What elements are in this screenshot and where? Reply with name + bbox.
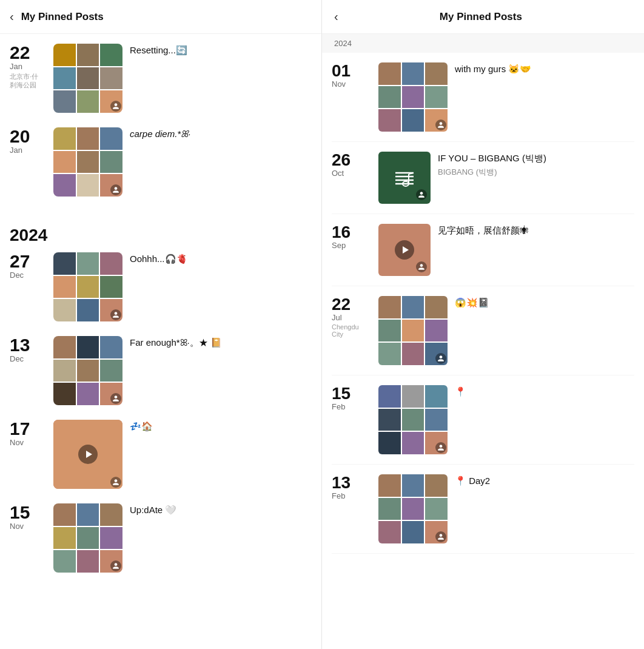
list-item[interactable]: 01 Nov with my gurs 🐱🤝 [332, 53, 634, 142]
thumb-cell [402, 296, 424, 318]
thumb-cell [402, 474, 424, 497]
date-col: 17 Nov [10, 420, 46, 447]
thumb-cell [402, 521, 424, 543]
date-col: 22 Jan 北京市·什刹海公园 [10, 44, 46, 90]
thumb-cell [425, 62, 448, 85]
left-panel: ‹ My Pinned Posts 22 Jan 北京市·什刹海公园 [0, 0, 322, 649]
thumb-cell [425, 432, 448, 454]
post-title: IF YOU – BIGBANG (빅뱅) [438, 152, 634, 164]
thumb-cell [378, 343, 401, 365]
avatar-badge [110, 393, 121, 404]
list-item[interactable]: 17 Nov 💤🏠 [10, 420, 312, 489]
post-thumbnail [53, 252, 122, 321]
list-item[interactable]: 20 Jan carpe diem.*ꕤ· [10, 127, 312, 197]
thumb-cell [378, 385, 401, 408]
avatar-badge [110, 560, 121, 571]
thumb-cell [53, 151, 76, 173]
post-thumbnail [378, 385, 448, 454]
date-col: 26 Oct [332, 152, 371, 178]
thumb-cell [425, 385, 448, 408]
thumb-cell [425, 498, 448, 520]
thumb-cell [53, 550, 76, 573]
thumb-cell [100, 252, 122, 275]
thumb-cell [100, 174, 122, 197]
thumb-cell [77, 383, 99, 405]
thumb-cell [100, 527, 122, 550]
play-button-overlay [395, 240, 414, 260]
post-title: Far enough*ꕤ·。★ 📔 [130, 336, 312, 349]
thumb-cell [77, 90, 99, 113]
post-title: with my gurs 🐱🤝 [455, 62, 634, 75]
right-back-button[interactable]: ‹ [334, 10, 338, 24]
post-title: Oohhh...🎧🫀 [130, 252, 312, 265]
post-info: 见字如晤，展信舒颜🕷 [438, 224, 634, 237]
thumb-cell [402, 320, 424, 342]
thumb-cell [100, 550, 122, 573]
thumb-cell [378, 320, 401, 342]
thumb-cell [53, 527, 76, 550]
right-header: ‹ My Pinned Posts [322, 0, 644, 34]
date-day: 20 [10, 127, 46, 146]
date-month: Feb [332, 491, 371, 500]
play-button-overlay [78, 445, 98, 464]
list-item[interactable]: 26 Oct [332, 142, 634, 214]
list-item[interactable]: 15 Feb 📍 [332, 375, 634, 465]
year-label: 2024 [10, 211, 312, 252]
avatar-badge [435, 353, 446, 364]
thumb-cell [100, 67, 122, 90]
thumb-cell [378, 432, 401, 454]
date-col: 13 Dec [10, 336, 46, 363]
thumb-cell [378, 109, 401, 132]
post-info: Oohhh...🎧🫀 [130, 252, 312, 265]
thumb-cell [100, 90, 122, 113]
thumb-cell [402, 343, 424, 365]
thumb-cell [53, 503, 76, 526]
left-back-button[interactable]: ‹ [10, 10, 14, 24]
post-title: 😱💥📓 [455, 296, 634, 309]
date-day: 26 [332, 152, 371, 169]
list-item[interactable]: 22 Jan 北京市·什刹海公园 Resett [10, 44, 312, 113]
thumb-cell [425, 86, 448, 109]
thumb-cell [100, 336, 122, 358]
list-item[interactable]: 16 Sep 见字如晤，展信舒颜🕷 [332, 214, 634, 286]
list-item[interactable]: 27 Dec Oohhh...🎧🫀 [10, 252, 312, 321]
thumb-cell [402, 109, 424, 132]
avatar-badge [110, 477, 121, 488]
post-info: IF YOU – BIGBANG (빅뱅) BIGBANG (빅뱅) [438, 152, 634, 178]
list-item[interactable]: 15 Nov Up:dAte 🤍 [10, 503, 312, 573]
avatar-badge [416, 261, 427, 272]
avatar-badge [416, 189, 427, 200]
thumb-cell [425, 320, 448, 342]
thumb-cell [378, 409, 401, 431]
thumb-cell [77, 276, 99, 298]
thumb-cell [77, 503, 99, 526]
post-thumbnail [378, 474, 448, 543]
date-col: 22 Jul ChengduCity [332, 296, 371, 338]
post-subtitle: BIGBANG (빅뱅) [438, 167, 634, 178]
thumb-cell [53, 252, 76, 275]
thumb-cell [53, 127, 76, 150]
thumb-cell [378, 86, 401, 109]
list-item[interactable]: 13 Feb 📍 Day2 [332, 465, 634, 554]
thumb-cell [378, 521, 401, 543]
post-thumbnail [53, 127, 122, 197]
date-day: 13 [332, 474, 371, 491]
thumb-cell [402, 498, 424, 520]
post-info: 📍 Day2 [455, 474, 634, 487]
list-item[interactable]: 13 Dec Far enough*ꕤ·。★ 📔 [10, 336, 312, 405]
list-item[interactable]: 22 Jul ChengduCity 😱💥 [332, 286, 634, 375]
date-day: 15 [332, 385, 371, 402]
avatar-badge [110, 101, 121, 112]
thumb-cell [53, 67, 76, 90]
thumb-cell [402, 432, 424, 454]
post-thumbnail [53, 44, 122, 113]
date-day: 17 [10, 420, 46, 438]
thumb-cell [77, 127, 99, 150]
post-title: 📍 Day2 [455, 474, 634, 487]
date-col: 15 Nov [10, 503, 46, 531]
avatar-badge [110, 184, 121, 195]
thumb-cell [402, 62, 424, 85]
thumb-cell [100, 151, 122, 173]
thumb-cell [100, 299, 122, 321]
thumb-cell [100, 360, 122, 382]
